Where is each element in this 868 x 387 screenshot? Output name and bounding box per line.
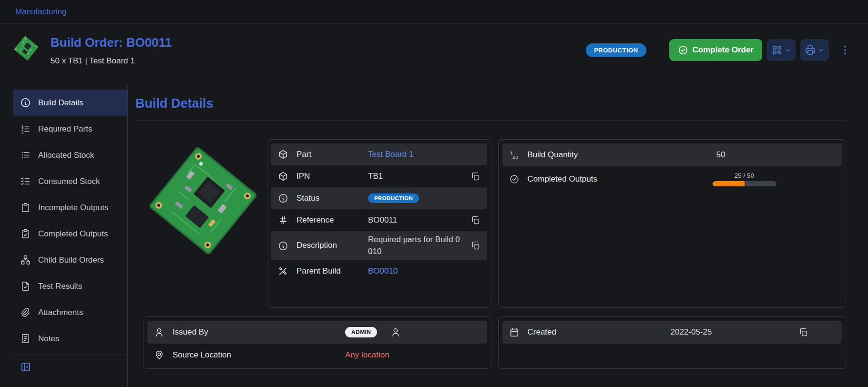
list-icon <box>20 150 31 161</box>
numbers-123-icon: 123 <box>509 150 520 160</box>
issued-by-label: Issued By <box>173 327 344 337</box>
details-left-column: Part Test Board 1 IPN TB1 <box>143 139 491 308</box>
issued-by-row: Issued By ADMIN <box>147 321 487 344</box>
svg-text:2: 2 <box>512 155 515 160</box>
completed-progress: 25 / 50 <box>713 169 776 189</box>
issued-by-badge: ADMIN <box>345 327 377 337</box>
chevron-down-icon <box>817 47 825 54</box>
file-report-icon <box>20 281 31 292</box>
sidebar-item-incomplete-outputs[interactable]: Incomplete Outputs <box>13 194 127 221</box>
svg-text:3: 3 <box>515 155 518 160</box>
status-badge: PRODUCTION <box>368 194 419 203</box>
calendar-icon <box>509 327 520 337</box>
sidebar-item-child-build-orders[interactable]: Child Build Orders <box>13 247 127 273</box>
status-badge: PRODUCTION <box>586 43 646 57</box>
copy-button[interactable] <box>470 241 480 251</box>
printer-icon <box>805 44 816 56</box>
source-location-row: Source Location Any location <box>147 344 487 367</box>
sidebar-item-attachments[interactable]: Attachments <box>13 299 127 326</box>
circle-check-icon <box>678 45 688 55</box>
package-icon <box>278 171 288 182</box>
page-title: Build Order: BO0011 <box>51 35 172 50</box>
print-actions-button[interactable] <box>800 39 829 61</box>
info-circle-icon <box>278 193 288 204</box>
detail-label: Status <box>296 193 343 204</box>
completed-progress-fill <box>713 181 745 186</box>
copy-icon <box>798 327 808 337</box>
header-actions: PRODUCTION Complete Order <box>586 39 851 61</box>
sidebar-item-label: Incomplete Outputs <box>38 203 108 213</box>
build-quantity-label: Build Quantity <box>528 150 699 160</box>
parent-build-link[interactable]: BO0010 <box>368 266 398 276</box>
copy-button[interactable] <box>470 172 480 182</box>
sidebar-item-label: Attachments <box>38 308 83 317</box>
sidebar-item-label: Completed Outputs <box>38 229 108 239</box>
detail-value: TB1 <box>368 172 383 181</box>
sidebar-collapse-icon <box>20 361 31 373</box>
notes-icon <box>20 333 31 344</box>
sidebar-item-test-results[interactable]: Test Results <box>13 273 127 299</box>
sidebar-item-required-parts[interactable]: 123 Required Parts <box>13 116 127 142</box>
sidebar-item-label: Test Results <box>38 282 82 291</box>
detail-row-description: Description Required parts for Build 001… <box>271 231 487 260</box>
created-row: Created 2022-05-25 <box>502 321 842 344</box>
copy-button[interactable] <box>470 215 480 225</box>
sidebar-item-notes[interactable]: Notes <box>13 326 127 352</box>
sidebar-collapse-button[interactable] <box>13 355 38 379</box>
detail-row-status: Status PRODUCTION <box>271 187 487 209</box>
detail-row-part: Part Test Board 1 <box>271 143 487 165</box>
created-label: Created <box>528 327 671 337</box>
detail-label: IPN <box>296 171 343 182</box>
details-grid: Part Test Board 1 IPN TB1 <box>143 139 846 369</box>
qr-code-icon <box>771 44 783 56</box>
sitemap-icon <box>20 255 31 265</box>
copy-icon <box>470 241 480 251</box>
list-check-icon <box>20 176 31 187</box>
copy-button[interactable] <box>798 327 808 337</box>
content-area: Build Details 123 Required Parts Allocat… <box>0 86 868 387</box>
build-details-panel: Part Test Board 1 IPN TB1 <box>267 139 491 308</box>
sidebar-item-allocated-stock[interactable]: Allocated Stock <box>13 142 127 168</box>
user-icon <box>154 327 164 337</box>
breadcrumb-manufacturing[interactable]: Manufacturing <box>15 7 67 17</box>
build-thumbnail[interactable] <box>13 35 39 61</box>
clock-check-icon <box>509 174 520 184</box>
sidebar-item-label: Required Parts <box>38 124 92 134</box>
heading-divider <box>135 121 846 121</box>
created-panel: Created 2022-05-25 <box>498 316 847 369</box>
copy-icon <box>470 215 480 225</box>
detail-label: Description <box>296 240 343 251</box>
progress-track <box>713 181 776 186</box>
map-pin-icon <box>154 350 164 360</box>
title-block: Build Order: BO0011 50 x TB1 | Test Boar… <box>51 35 172 66</box>
created-value: 2022-05-25 <box>671 327 712 337</box>
detail-row-ipn: IPN TB1 <box>271 165 487 187</box>
build-quantity-panel: 123 Build Quantity 50 Completed Outputs … <box>498 139 847 308</box>
sidebar-item-build-details[interactable]: Build Details <box>13 90 127 116</box>
main-panel: Build Details Part Test Board 1 <box>128 86 868 387</box>
source-location-value: Any location <box>345 350 389 360</box>
detail-label: Reference <box>296 215 343 226</box>
sidebar-item-label: Child Build Orders <box>38 255 104 265</box>
page: Manufacturing Build Order: BO0011 50 x T… <box>0 0 868 387</box>
user-icon <box>390 327 401 337</box>
build-quantity-value: 50 <box>716 150 725 160</box>
sidebar-item-label: Build Details <box>38 98 83 108</box>
pcb-image <box>145 143 262 259</box>
detail-value: BO0011 <box>368 215 397 225</box>
part-image[interactable] <box>143 139 263 308</box>
pcb-thumbnail-image <box>13 35 40 61</box>
panel-heading: Build Details <box>135 96 846 111</box>
build-quantity-row: 123 Build Quantity 50 <box>502 143 842 166</box>
tools-icon <box>278 266 288 276</box>
complete-order-button[interactable]: Complete Order <box>669 39 762 61</box>
sidebar-item-consumed-stock[interactable]: Consumed Stock <box>13 168 127 194</box>
sidebar-item-completed-outputs[interactable]: Completed Outputs <box>13 221 127 247</box>
part-link[interactable]: Test Board 1 <box>368 150 413 159</box>
detail-label: Parent Build <box>296 266 343 277</box>
clipboard-check-icon <box>20 228 31 239</box>
svg-text:3: 3 <box>21 131 23 134</box>
more-actions-button[interactable] <box>839 44 851 56</box>
page-header: Build Order: BO0011 50 x TB1 | Test Boar… <box>0 24 868 86</box>
barcode-actions-button[interactable] <box>767 39 796 61</box>
